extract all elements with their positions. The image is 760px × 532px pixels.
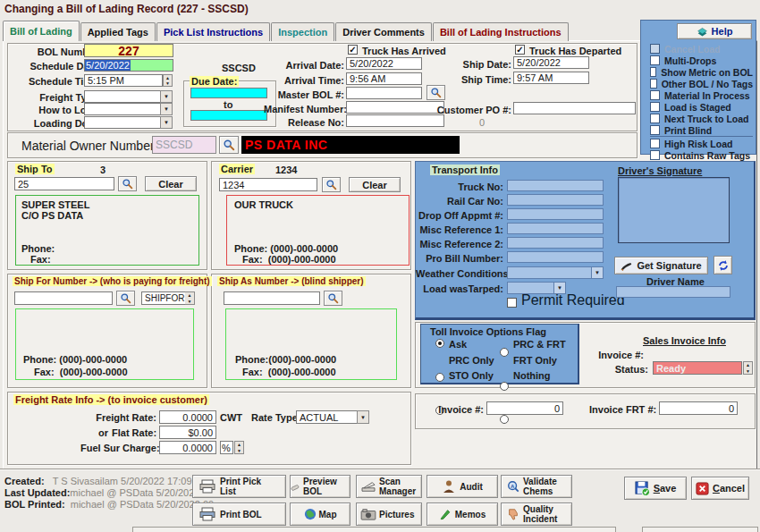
chevron-down-icon[interactable]: ▼ bbox=[591, 266, 604, 279]
driver-name-field[interactable] bbox=[616, 286, 730, 298]
high-risk-checkbox[interactable] bbox=[650, 139, 660, 148]
bol-number-field[interactable]: 227 bbox=[84, 44, 173, 57]
material-owner-field[interactable]: SSCSD bbox=[152, 136, 216, 154]
tab-bol-instructions[interactable]: Bill of Lading Instructions bbox=[433, 22, 569, 41]
cancel-button[interactable]: Cancel bbox=[691, 477, 749, 500]
toll-prc-frt-radio[interactable] bbox=[500, 348, 509, 357]
sales-invoice-status-field[interactable]: Ready bbox=[653, 361, 742, 375]
how-to-load-dropdown[interactable]: ▼ bbox=[84, 103, 173, 115]
get-signature-button[interactable]: Get Signature bbox=[614, 257, 708, 274]
tab-applied-tags[interactable]: Applied Tags bbox=[80, 22, 156, 41]
flag-high-risk[interactable]: High Risk Load bbox=[650, 136, 753, 149]
print-blind-checkbox[interactable] bbox=[650, 125, 660, 135]
save-button[interactable]: Save bbox=[624, 477, 687, 500]
print-pick-list-button[interactable]: Print Pick List bbox=[192, 475, 286, 498]
spin-down-icon[interactable]: ▼ bbox=[164, 80, 172, 86]
raw-tags-checkbox[interactable] bbox=[650, 150, 660, 160]
rail-car-no-field[interactable] bbox=[507, 194, 604, 206]
ship-for-selector-spinner[interactable]: ▲▼ bbox=[185, 291, 195, 305]
due-date-from-field[interactable] bbox=[190, 88, 267, 98]
material-in-process-checkbox[interactable] bbox=[650, 90, 660, 100]
tab-bill-of-lading[interactable]: Bill of Lading bbox=[3, 21, 80, 41]
ship-to-number-field[interactable]: 25 bbox=[14, 177, 114, 190]
invoice-frt-field[interactable]: 0 bbox=[659, 401, 738, 415]
material-owner-search-button[interactable] bbox=[219, 136, 239, 154]
help-button[interactable]: Help bbox=[677, 23, 752, 39]
ship-for-selector[interactable]: SHIPFOR ▲▼ bbox=[141, 291, 195, 305]
truck-has-departed-checkbox[interactable]: ✓ bbox=[515, 45, 525, 55]
multi-drops-checkbox[interactable] bbox=[650, 55, 660, 65]
ship-time-field[interactable]: 9:57 AM bbox=[513, 72, 589, 84]
release-no-field[interactable] bbox=[346, 114, 444, 127]
drop-off-appmt-field[interactable] bbox=[507, 208, 604, 220]
ship-for-search-button[interactable] bbox=[116, 291, 135, 306]
chevron-down-icon[interactable]: ▼ bbox=[160, 90, 173, 103]
status-spinner[interactable]: ▲▼ bbox=[743, 361, 753, 375]
fuel-sur-charge-field[interactable]: 0.0000 bbox=[159, 441, 216, 454]
pro-bill-number-field[interactable] bbox=[507, 251, 604, 263]
carrier-number-field[interactable]: 1234 bbox=[219, 178, 317, 191]
pictures-button[interactable]: Pictures bbox=[356, 502, 422, 526]
invoice-number-field[interactable]: 0 bbox=[486, 401, 563, 415]
validate-chems-button[interactable]: A Validate Chems bbox=[501, 475, 572, 498]
flat-rate-field[interactable]: $0.00 bbox=[159, 426, 216, 439]
scan-manager-button[interactable]: Scan Manager bbox=[356, 475, 422, 498]
truck-no-field[interactable] bbox=[507, 180, 604, 191]
freight-rate-field[interactable]: 0.0000 bbox=[159, 410, 216, 424]
chevron-down-icon[interactable]: ▼ bbox=[160, 103, 173, 115]
toll-nothing-radio[interactable] bbox=[500, 415, 509, 424]
ship-for-number-field[interactable] bbox=[14, 291, 113, 305]
truck-has-arrived-checkbox[interactable]: ✓ bbox=[348, 45, 358, 55]
audit-button[interactable]: Audit bbox=[426, 475, 498, 498]
ship-date-field[interactable]: 5/20/2022 bbox=[513, 56, 589, 69]
misc-reference-1-field[interactable] bbox=[507, 223, 604, 234]
toll-prc-only-radio[interactable] bbox=[435, 373, 444, 382]
arrival-time-field[interactable]: 9:56 AM bbox=[346, 72, 422, 85]
due-date-to-field[interactable] bbox=[190, 110, 267, 121]
flag-contains-raw-tags[interactable]: Contains Raw Tags bbox=[650, 149, 753, 161]
refresh-signature-button[interactable] bbox=[714, 256, 732, 274]
flag-show-metric[interactable]: Show Metric on BOL bbox=[650, 66, 753, 78]
flag-load-is-staged[interactable]: Load is Staged bbox=[650, 101, 753, 113]
ship-as-search-button[interactable] bbox=[324, 291, 342, 306]
flag-material-in-process[interactable]: Material In Process bbox=[650, 89, 753, 101]
show-metric-checkbox[interactable] bbox=[650, 67, 656, 77]
other-bol-checkbox[interactable] bbox=[650, 79, 657, 89]
tab-pick-list-instructions[interactable]: Pick List Instructions bbox=[156, 22, 270, 41]
memos-button[interactable]: Memos bbox=[426, 502, 498, 526]
map-button[interactable]: Map bbox=[290, 502, 350, 526]
schedule-time-field[interactable]: 5:15 PM bbox=[84, 74, 163, 87]
freight-type-dropdown[interactable]: ▼ bbox=[84, 90, 173, 103]
ship-as-number-field[interactable] bbox=[224, 291, 320, 305]
toll-ask-radio[interactable] bbox=[435, 339, 444, 348]
flag-print-blind[interactable]: Print Blind bbox=[650, 124, 753, 136]
chevron-down-icon[interactable]: ▼ bbox=[160, 116, 173, 129]
carrier-clear-button[interactable]: Clear bbox=[349, 177, 401, 192]
schedule-date-field[interactable]: 5/20/2022 bbox=[84, 59, 173, 72]
quality-incident-button[interactable]: Quality Incident bbox=[501, 502, 572, 526]
rate-type-dropdown[interactable]: ACTUAL ▼ bbox=[296, 410, 369, 424]
preview-bol-button[interactable]: Preview BOL bbox=[290, 475, 350, 498]
next-truck-checkbox[interactable] bbox=[650, 114, 660, 123]
flag-next-truck[interactable]: Next Truck to Load bbox=[650, 113, 753, 124]
master-bol-search-button[interactable] bbox=[426, 85, 445, 100]
carrier-search-button[interactable] bbox=[322, 177, 341, 192]
print-bol-button[interactable]: Print BOL bbox=[192, 502, 286, 526]
chevron-down-icon[interactable]: ▼ bbox=[357, 410, 369, 424]
weather-conditions-dropdown[interactable]: ▼ bbox=[507, 266, 604, 279]
permit-required-checkbox[interactable] bbox=[507, 298, 517, 308]
manifest-number-field[interactable] bbox=[346, 101, 444, 114]
fuel-percent-spinner[interactable]: ▲▼ bbox=[234, 441, 244, 454]
master-bol-field[interactable] bbox=[346, 87, 422, 99]
ship-to-clear-button[interactable]: Clear bbox=[145, 176, 197, 191]
tab-inspection[interactable]: Inspection bbox=[271, 22, 334, 41]
tab-driver-comments[interactable]: Driver Comments bbox=[335, 22, 432, 41]
customer-po-field[interactable] bbox=[513, 102, 636, 114]
toll-frt-only-radio[interactable] bbox=[500, 382, 509, 391]
arrival-date-field[interactable]: 5/20/2022 bbox=[346, 57, 422, 70]
flag-multi-drops[interactable]: Multi-Drops bbox=[650, 55, 753, 66]
ship-to-search-button[interactable] bbox=[118, 176, 137, 191]
loading-door-dropdown[interactable]: ▼ bbox=[84, 116, 173, 129]
flag-other-bol[interactable]: Other BOL / No Tags bbox=[650, 78, 753, 89]
schedule-time-spinner[interactable]: ▲ ▼ bbox=[163, 74, 173, 87]
